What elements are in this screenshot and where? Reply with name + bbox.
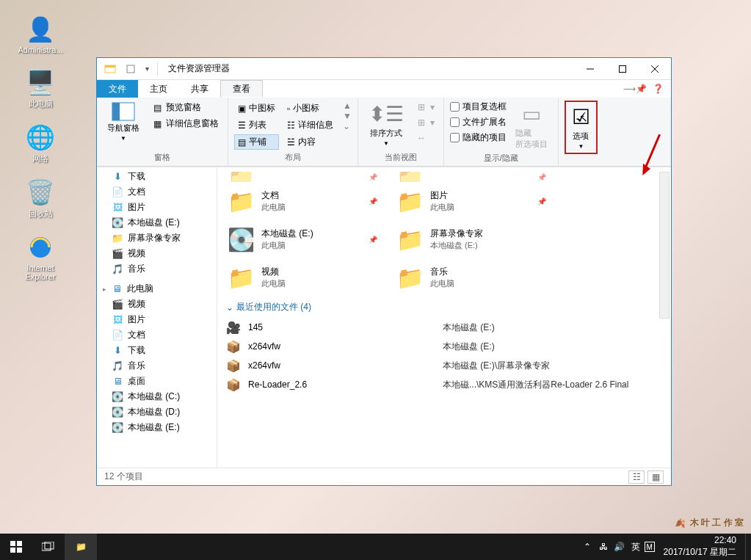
window-controls: [574, 59, 671, 79]
ribbon-group-panes: 导航窗格 ▼ ▤预览窗格 ▦详细信息窗格 窗格: [97, 98, 228, 166]
tile-drive-e[interactable]: 💽本地磁盘 (E:)此电脑📌: [217, 220, 386, 258]
ime-mode-icon[interactable]: M: [645, 542, 655, 552]
tab-home[interactable]: 主页: [138, 80, 179, 98]
ribbon-view: 导航窗格 ▼ ▤预览窗格 ▦详细信息窗格 窗格 ▣中图标 ▫小图标 ☰列表 ☷详…: [97, 98, 671, 167]
nav-drive-e[interactable]: 💽本地磁盘 (E:): [97, 215, 217, 230]
item-checkboxes-toggle[interactable]: 项目复选框: [450, 101, 507, 113]
size-columns-button[interactable]: ↔: [413, 131, 438, 145]
qat-properties[interactable]: [123, 62, 138, 76]
nav-pictures[interactable]: 🖼图片: [97, 200, 217, 215]
svg-rect-9: [112, 103, 120, 120]
task-view-button[interactable]: [32, 534, 65, 560]
details-pane-button[interactable]: ▦详细信息窗格: [148, 117, 222, 131]
tiles-view-button[interactable]: ▦: [647, 470, 664, 484]
svg-point-0: [30, 237, 51, 258]
nav-thispc-music[interactable]: 🎵音乐: [97, 358, 217, 374]
tile-music[interactable]: 📁音乐此电脑: [386, 258, 555, 297]
nav-thispc-desktop[interactable]: 🖥桌面: [97, 374, 217, 389]
tile-screen-recorder[interactable]: 📁屏幕录像专家本地磁盘 (E:): [386, 220, 555, 258]
svg-rect-3: [127, 65, 134, 73]
tab-view[interactable]: 查看: [220, 80, 263, 98]
file-extensions-toggle[interactable]: 文件扩展名: [450, 116, 507, 128]
tile-videos[interactable]: 📁视频此电脑: [217, 258, 386, 297]
titlebar[interactable]: ▾ 文件资源管理器: [97, 58, 671, 80]
maximize-button[interactable]: [606, 59, 639, 79]
nav-this-pc[interactable]: ▸🖥此电脑: [97, 281, 217, 297]
desktop-icon-ie[interactable]: Internet Explorer: [15, 233, 66, 281]
archive-icon: 📦: [226, 358, 241, 373]
options-button[interactable]: ☑↖ 选项 ▼: [565, 101, 598, 154]
nav-thispc-drive-e[interactable]: 💽本地磁盘 (E:): [97, 420, 217, 435]
tray-chevron-icon[interactable]: ⌃: [580, 539, 595, 554]
nav-thispc-videos[interactable]: 🎬视频: [97, 297, 217, 312]
layout-details[interactable]: ☷详细信息: [283, 117, 337, 133]
layout-scroll-down[interactable]: ▼: [343, 111, 352, 121]
details-view-button[interactable]: ☷: [628, 470, 645, 484]
minimize-button[interactable]: [574, 59, 606, 79]
layout-tiles[interactable]: ▤平铺: [234, 134, 279, 150]
nav-documents[interactable]: 📄文档: [97, 184, 217, 200]
start-button[interactable]: [0, 534, 32, 560]
sort-by-button[interactable]: ⬍☰ 排序方式 ▼: [364, 101, 408, 148]
vertical-scrollbar[interactable]: [659, 172, 670, 319]
tile-pictures[interactable]: 📁图片此电脑📌: [386, 182, 555, 220]
computer-icon: 🖥️: [26, 68, 55, 97]
layout-medium-icons[interactable]: ▣中图标: [234, 101, 279, 116]
tray-volume-icon[interactable]: 🔊: [612, 539, 627, 554]
nav-thispc-downloads[interactable]: ⬇下载: [97, 343, 217, 358]
qat-dropdown[interactable]: ▾: [139, 62, 154, 76]
watermark: 🍂 木 叶 工 作 室: [675, 517, 744, 529]
recent-files-header[interactable]: ⌄最近使用的文件 (4): [217, 297, 671, 318]
nav-thispc-drive-d[interactable]: 💽本地磁盘 (D:): [97, 404, 217, 420]
taskbar-clock[interactable]: 22:40 2017/10/17 星期二: [656, 535, 744, 558]
recent-file-3[interactable]: 📦Re-Loader_2.6本地磁...\KMS通用激活利器Re-Loader …: [217, 375, 671, 394]
tab-file[interactable]: 文件: [97, 80, 138, 98]
svg-rect-2: [105, 65, 115, 68]
tray-network-icon[interactable]: 🖧: [596, 539, 611, 554]
add-columns-button[interactable]: ⊞▾: [413, 116, 438, 129]
desktop-icon-this-pc[interactable]: 🖥️此电脑: [15, 68, 66, 109]
folder-icon: 📁: [76, 542, 87, 552]
ribbon-pin-icon[interactable]: ⟶📌: [623, 84, 647, 94]
desktop-icon-recycle-bin[interactable]: 🗑️回收站: [15, 178, 66, 219]
folder-icon: 📁: [395, 263, 424, 292]
taskbar-file-explorer[interactable]: 📁: [65, 534, 97, 560]
layout-list[interactable]: ☰列表: [234, 117, 279, 133]
preview-pane-button[interactable]: ▤预览窗格: [148, 101, 222, 114]
navigation-pane[interactable]: ⬇下载 📄文档 🖼图片 💽本地磁盘 (E:) 📁屏幕录像专家 🎬视频 🎵音乐 ▸…: [97, 167, 217, 468]
nav-screen-recorder[interactable]: 📁屏幕录像专家: [97, 230, 217, 246]
layout-expand[interactable]: ⌄: [343, 121, 352, 131]
show-desktop-button[interactable]: [745, 534, 748, 560]
svg-rect-12: [10, 541, 15, 546]
nav-thispc-drive-c[interactable]: 💽本地磁盘 (C:): [97, 389, 217, 404]
ribbon-group-layout: ▣中图标 ▫小图标 ☰列表 ☷详细信息 ▤平铺 ☱内容 ▲▼⌄ 布局: [228, 98, 358, 166]
tab-share[interactable]: 共享: [179, 80, 220, 98]
layout-small-icons[interactable]: ▫小图标: [283, 101, 337, 116]
nav-thispc-documents[interactable]: 📄文档: [97, 327, 217, 343]
network-icon: 🌐: [26, 123, 55, 152]
nav-videos[interactable]: 🎬视频: [97, 246, 217, 261]
nav-music[interactable]: 🎵音乐: [97, 261, 217, 277]
recent-file-1[interactable]: 📦x264vfw本地磁盘 (E:): [217, 337, 671, 356]
hide-selected-button[interactable]: ▭ 隐藏 所选项目: [511, 101, 552, 151]
archive-icon: 📦: [226, 377, 241, 392]
recent-file-2[interactable]: 📦x264vfw本地磁盘 (E:)\屏幕录像专家: [217, 356, 671, 375]
ime-indicator[interactable]: 英: [628, 539, 643, 554]
group-by-button[interactable]: ⊞▾: [413, 101, 438, 114]
window-title: 文件资源管理器: [168, 62, 230, 75]
pin-icon: 📌: [537, 197, 546, 206]
layout-content[interactable]: ☱内容: [283, 134, 337, 150]
hidden-items-toggle[interactable]: 隐藏的项目: [450, 131, 507, 144]
help-icon[interactable]: ❓: [653, 84, 664, 94]
desktop-icon-administrator[interactable]: 👤Administra...: [15, 15, 66, 54]
desktop-icon-network[interactable]: 🌐网络: [15, 123, 66, 164]
recent-file-0[interactable]: 🎥145本地磁盘 (E:): [217, 318, 671, 337]
close-button[interactable]: [639, 59, 671, 79]
file-list-pane[interactable]: 📁📌 📁📌 📁文档此电脑📌 📁图片此电脑📌 💽本地磁盘 (E:)此电脑📌 📁屏幕…: [217, 167, 671, 468]
layout-scroll-up[interactable]: ▲: [343, 101, 352, 111]
preview-pane-icon: ▤: [151, 102, 163, 114]
nav-thispc-pictures[interactable]: 🖼图片: [97, 312, 217, 327]
navigation-pane-button[interactable]: 导航窗格 ▼: [103, 101, 144, 143]
nav-downloads[interactable]: ⬇下载: [97, 169, 217, 184]
tile-documents[interactable]: 📁文档此电脑📌: [217, 182, 386, 220]
